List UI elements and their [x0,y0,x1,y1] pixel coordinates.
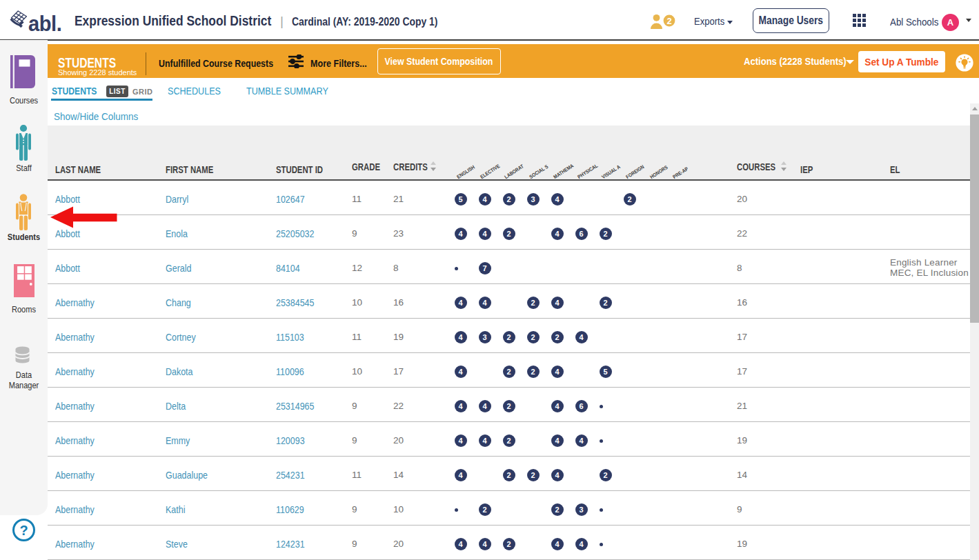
svg-text:2: 2 [666,16,671,26]
